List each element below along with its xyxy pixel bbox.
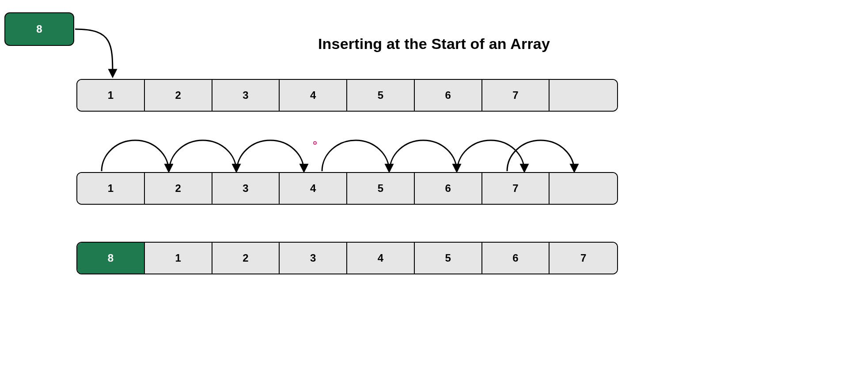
array-cell: 7: [482, 80, 550, 111]
shift-arcs: [102, 140, 574, 171]
array-cell: 2: [145, 80, 212, 111]
array-cell: 1: [145, 243, 212, 274]
array-row-3: 8 1 2 3 4 5 6 7: [76, 242, 618, 274]
array-cell: [550, 173, 617, 204]
array-cell: 1: [77, 80, 145, 111]
array-cell: 3: [212, 80, 280, 111]
new-element-box: 8: [4, 12, 74, 46]
array-cell: 5: [415, 243, 482, 274]
diagram-stage: Inserting at the Start of an Array 8 1 2…: [0, 0, 868, 390]
array-cell: 2: [212, 243, 280, 274]
array-cell: 6: [415, 173, 482, 204]
array-cell: 4: [280, 80, 347, 111]
array-cell: 5: [347, 80, 415, 111]
marker-dot: [313, 141, 317, 145]
array-cell: 4: [280, 173, 347, 204]
diagram-title: Inserting at the Start of an Array: [0, 35, 868, 52]
array-cell: 3: [280, 243, 347, 274]
array-cell: 3: [212, 173, 280, 204]
array-cell: 2: [145, 173, 212, 204]
array-cell: 6: [415, 80, 482, 111]
array-cell: 1: [77, 173, 145, 204]
array-cell: 4: [347, 243, 415, 274]
array-cell: 5: [347, 173, 415, 204]
array-cell: 6: [482, 243, 550, 274]
array-cell: 7: [550, 243, 617, 274]
array-cell-inserted: 8: [77, 243, 145, 274]
array-cell: 7: [482, 173, 550, 204]
array-cell: [550, 80, 617, 111]
array-row-1: 1 2 3 4 5 6 7: [76, 79, 618, 112]
array-row-2: 1 2 3 4 5 6 7: [76, 172, 618, 205]
